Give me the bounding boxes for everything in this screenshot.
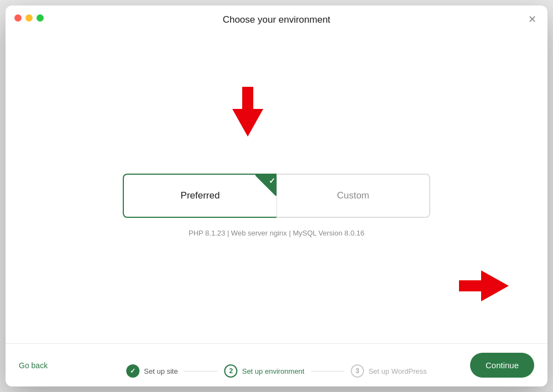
options-container: Preferred ✓ Custom xyxy=(123,174,430,218)
traffic-light-green[interactable] xyxy=(36,14,44,22)
environment-description: PHP 8.1.23 | Web server nginx | MySQL Ve… xyxy=(189,229,364,237)
bottom-bar: Go back ✓ Set up site 2 Set up environme… xyxy=(6,343,547,386)
step-1-label: Set up site xyxy=(144,367,178,375)
preferred-label: Preferred xyxy=(181,190,220,201)
step-1-circle: ✓ xyxy=(126,364,139,378)
step-3-circle: 3 xyxy=(351,364,364,378)
step-1: ✓ Set up site xyxy=(126,364,178,378)
close-button[interactable]: ✕ xyxy=(528,14,536,24)
annotation-arrow-top xyxy=(232,87,263,139)
step-3-label: Set up WordPress xyxy=(368,367,426,375)
svg-marker-0 xyxy=(232,87,263,137)
check-corner: ✓ xyxy=(255,174,278,196)
continue-button[interactable]: Continue xyxy=(470,353,534,378)
step-3: 3 Set up WordPress xyxy=(351,364,426,378)
traffic-light-red[interactable] xyxy=(14,14,22,22)
traffic-lights xyxy=(14,14,44,22)
annotation-arrow-right xyxy=(459,270,509,304)
step-2: 2 Set up environment xyxy=(225,364,305,378)
step-2-circle: 2 xyxy=(225,364,238,378)
step-connector-1 xyxy=(185,371,218,372)
title-bar: Choose your environment ✕ xyxy=(6,6,547,34)
main-content: Preferred ✓ Custom PHP 8.1.23 | Web serv… xyxy=(6,34,547,343)
steps-indicator: ✓ Set up site 2 Set up environment 3 Set… xyxy=(126,364,426,378)
custom-label: Custom xyxy=(337,190,369,201)
preferred-option[interactable]: Preferred ✓ xyxy=(123,174,276,218)
step-2-label: Set up environment xyxy=(242,367,305,375)
svg-marker-1 xyxy=(459,270,509,301)
go-back-button[interactable]: Go back xyxy=(19,361,48,370)
checkmark-icon: ✓ xyxy=(269,177,275,185)
custom-option[interactable]: Custom xyxy=(276,174,430,218)
traffic-light-yellow[interactable] xyxy=(25,14,33,22)
step-connector-2 xyxy=(311,371,344,372)
window-title: Choose your environment xyxy=(223,14,331,25)
main-window: Choose your environment ✕ Preferred ✓ Cu… xyxy=(6,6,547,386)
